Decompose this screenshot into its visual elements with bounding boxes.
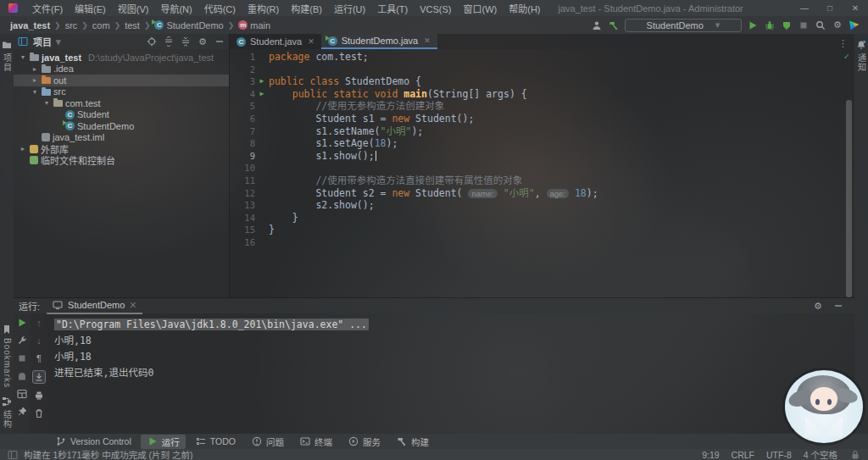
tool-button-structure[interactable]: 结构 [1, 410, 14, 429]
editor-scrollbar[interactable] [846, 100, 852, 297]
breadcrumb-item-StudentDemo[interactable]: CStudentDemo [154, 20, 223, 30]
print-icon[interactable] [33, 390, 45, 402]
search-everywhere-icon[interactable] [815, 19, 826, 31]
pin-tab-icon[interactable] [16, 406, 28, 418]
collapse-all-icon[interactable] [180, 36, 192, 47]
tree-expand-icon[interactable]: ▸ [31, 65, 39, 73]
scroll-to-end-icon[interactable] [32, 370, 46, 384]
menu-bar: 文件(F)编辑(E)视图(V)导航(N)代码(C)重构(R)构建(B)运行(U)… [26, 2, 547, 15]
run-button[interactable] [747, 19, 759, 31]
tree-item-StudentDemo[interactable]: CStudentDemo [14, 120, 229, 132]
breadcrumb-item-com[interactable]: com [92, 20, 110, 30]
menu-item-9[interactable]: VCS(S) [414, 4, 457, 14]
tree-expand-icon[interactable]: ▾ [42, 99, 51, 107]
tool-button-TODO[interactable]: TODO [189, 435, 242, 448]
breadcrumb-item-main[interactable]: mmain [238, 20, 270, 30]
hide-run-panel-icon[interactable] [832, 300, 844, 312]
menu-item-11[interactable]: 帮助(H) [503, 4, 546, 14]
tool-button-运行[interactable]: 运行 [141, 435, 186, 449]
todo-icon [195, 435, 207, 447]
structure-icon[interactable] [1, 396, 13, 407]
profile-icon[interactable] [591, 19, 603, 31]
clear-console-trash-icon[interactable] [33, 407, 45, 419]
editor-tab-Student.java[interactable]: CStudent.java✕ [230, 34, 321, 49]
hide-panel-icon[interactable] [214, 36, 225, 47]
status-widget-0[interactable]: 9:19 [702, 450, 719, 460]
gutter-run-icon[interactable]: ▶ [255, 88, 269, 101]
tool-button-notifications[interactable]: 通知 [855, 53, 868, 72]
menu-item-5[interactable]: 重构(R) [242, 4, 285, 14]
locate-file-icon[interactable] [146, 36, 158, 47]
edit-configuration-wrench-icon[interactable] [16, 335, 28, 346]
build-hammer-icon[interactable] [608, 19, 620, 31]
tool-windows-icon[interactable] [7, 449, 19, 460]
chevron-down-icon[interactable]: ▾ [56, 37, 61, 47]
soft-wrap-icon[interactable]: ¶ [33, 352, 45, 364]
line-number: 12 [230, 187, 255, 200]
menu-item-0[interactable]: 文件(F) [26, 4, 69, 14]
desktop-avatar-widget[interactable] [785, 370, 863, 443]
run-panel-gear-icon[interactable]: ⚙ [812, 300, 824, 312]
console-output[interactable]: "D:\Program Files\Java\jdk1.8.0_201\bin\… [47, 313, 854, 434]
class-icon: C [65, 121, 75, 130]
tree-item-java_test[interactable]: ▾java_testD:\study\JavaProject\java_test [14, 52, 229, 64]
tree-item-src[interactable]: ▾src [14, 86, 229, 98]
tree-expand-icon[interactable]: ▸ [19, 145, 27, 152]
status-widget-1[interactable]: CRLF [732, 450, 754, 460]
tree-expand-icon[interactable]: ▸ [31, 76, 39, 84]
tool-button-终端[interactable]: 终端 [293, 435, 338, 449]
breadcrumb-item-java_test[interactable]: java_test [10, 20, 50, 30]
menu-item-2[interactable]: 视图(V) [112, 4, 155, 14]
tree-item-out[interactable]: ▸out [14, 75, 229, 86]
run-configuration-select[interactable]: StudentDemo ▾ [625, 19, 742, 32]
tool-button-project[interactable]: 项目 [1, 53, 14, 72]
folder-icon [42, 77, 51, 84]
panel-settings-gear-icon[interactable]: ⚙ [197, 36, 209, 47]
menu-item-4[interactable]: 代码(C) [198, 4, 242, 14]
breadcrumb-item-src[interactable]: src [65, 20, 78, 30]
close-tab-icon[interactable]: ✕ [424, 36, 431, 45]
minimize-button[interactable]: — [792, 3, 817, 13]
close-tab-icon[interactable]: ✕ [129, 301, 136, 310]
gutter-run-icon[interactable]: ▶ [255, 75, 269, 88]
editor-tab-StudentDemo.java[interactable]: CStudentDemo.java✕ [321, 34, 437, 49]
debug-button[interactable] [764, 19, 776, 31]
status-widget-2[interactable]: UTF-8 [766, 450, 792, 460]
lock-icon[interactable] [849, 449, 861, 460]
tree-expand-icon[interactable]: ▾ [31, 88, 39, 96]
rerun-button[interactable] [16, 317, 28, 329]
tree-item-com.test[interactable]: ▾com.test [14, 97, 229, 109]
coverage-button[interactable] [781, 19, 793, 31]
menu-item-10[interactable]: 窗口(W) [458, 4, 504, 14]
code-text: public static void main(String[] args) { [269, 88, 854, 101]
restore-layout-icon[interactable] [16, 388, 28, 400]
tool-button-问题[interactable]: 问题 [245, 435, 290, 449]
close-button[interactable]: ✕ [843, 3, 868, 13]
tree-item-.idea[interactable]: ▸.idea [14, 64, 229, 75]
maximize-button[interactable]: □ [817, 3, 843, 13]
menu-item-1[interactable]: 编辑(E) [69, 4, 112, 14]
expand-all-icon[interactable] [163, 36, 175, 47]
bookmark-icon[interactable] [1, 324, 13, 335]
settings-gear-icon[interactable]: ⚙ [832, 19, 843, 31]
tree-item-临时文件和控制台[interactable]: 临时文件和控制台 [14, 155, 229, 167]
menu-item-3[interactable]: 导航(N) [154, 4, 198, 14]
code-area[interactable]: ✓ 1package com.test;23▶public class Stud… [230, 49, 854, 297]
tool-button-Version Control[interactable]: Version Control [49, 435, 137, 448]
tool-button-bookmarks[interactable]: Bookmarks [3, 338, 12, 388]
menu-item-6[interactable]: 构建(B) [285, 4, 328, 14]
breadcrumb-item-test[interactable]: test [125, 20, 140, 30]
close-tab-icon[interactable]: ✕ [308, 37, 314, 46]
tab-options-icon[interactable]: ⋮ [832, 38, 854, 49]
tool-button-服务[interactable]: 服务 [342, 435, 387, 449]
tree-item-Student[interactable]: CStudent [14, 109, 229, 121]
tree-expand-icon[interactable]: ▾ [19, 53, 27, 61]
editor-tab-label: Student.java [250, 36, 302, 47]
menu-item-7[interactable]: 运行(U) [328, 4, 371, 14]
status-widget-3[interactable]: 4 个空格 [804, 448, 837, 460]
tool-button-构建[interactable]: 构建 [390, 435, 435, 449]
notifications-bell-icon[interactable] [855, 39, 867, 51]
menu-item-8[interactable]: 工具(T) [371, 4, 414, 14]
project-tool-icon[interactable] [1, 39, 13, 51]
run-console-tab[interactable]: StudentDemo ✕ [47, 297, 142, 314]
